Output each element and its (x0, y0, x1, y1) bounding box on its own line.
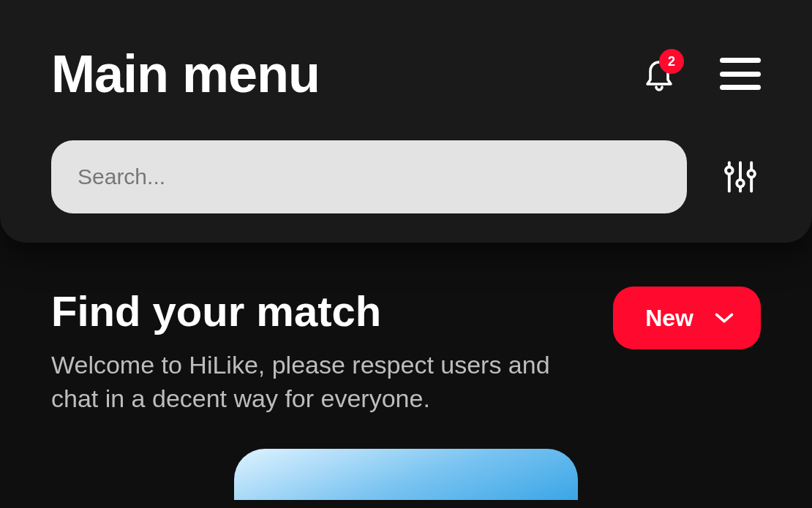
page-title: Main menu (51, 44, 320, 104)
search-input[interactable] (51, 140, 687, 213)
chevron-down-icon (714, 311, 734, 325)
filter-button[interactable] (720, 156, 761, 197)
new-filter-dropdown[interactable]: New (613, 287, 761, 349)
notifications-button[interactable]: 2 (639, 53, 680, 94)
section-subtitle: Welcome to HiLike, please respect users … (51, 349, 578, 416)
new-filter-label: New (645, 305, 693, 332)
search-row (51, 140, 761, 213)
top-panel: Main menu 2 (0, 0, 812, 243)
notification-badge: 2 (659, 49, 684, 74)
svg-point-4 (737, 180, 744, 187)
section-title: Find your match (51, 287, 578, 335)
svg-point-3 (726, 167, 733, 175)
match-card[interactable] (234, 449, 578, 500)
header-row: Main menu 2 (51, 44, 761, 104)
sliders-icon (721, 158, 759, 196)
section-text: Find your match Welcome to HiLike, pleas… (51, 287, 578, 416)
svg-point-5 (748, 170, 755, 178)
section-header: Find your match Welcome to HiLike, pleas… (51, 287, 761, 416)
hamburger-icon (720, 58, 761, 63)
menu-button[interactable] (720, 58, 761, 90)
header-icons: 2 (639, 53, 761, 94)
content-area: Find your match Welcome to HiLike, pleas… (0, 243, 812, 500)
